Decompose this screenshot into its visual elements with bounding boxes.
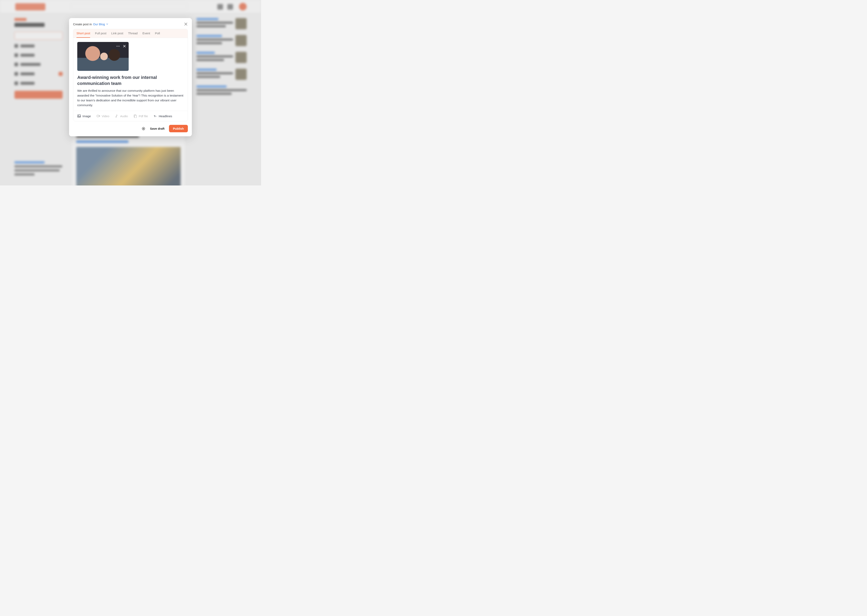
image-icon bbox=[77, 114, 81, 118]
settings-icon[interactable] bbox=[141, 127, 146, 130]
attach-audio-button[interactable]: Audio bbox=[115, 114, 128, 118]
post-image-thumbnail bbox=[77, 42, 129, 71]
pdf-icon bbox=[134, 114, 137, 118]
tab-event[interactable]: Event bbox=[143, 31, 150, 38]
svg-rect-5 bbox=[97, 115, 99, 117]
attach-pdf-button[interactable]: Pdf file bbox=[134, 114, 148, 118]
svg-point-0 bbox=[116, 46, 117, 46]
attachment-toolbar: Image Video Audio Pdf file TT Headlines bbox=[73, 111, 188, 121]
close-icon[interactable] bbox=[184, 22, 188, 26]
attach-video-label: Video bbox=[102, 115, 109, 118]
post-title-input[interactable]: Award-winning work from our internal com… bbox=[77, 74, 184, 86]
tab-poll[interactable]: Poll bbox=[155, 31, 160, 38]
post-type-tabs: Short post Full post Link post Thread Ev… bbox=[73, 29, 188, 38]
attach-pdf-label: Pdf file bbox=[139, 115, 148, 118]
attach-video-button[interactable]: Video bbox=[97, 114, 109, 118]
svg-text:T: T bbox=[155, 116, 156, 118]
image-remove-button[interactable] bbox=[122, 44, 127, 49]
publish-button[interactable]: Publish bbox=[169, 125, 188, 132]
modal-header: Create post in Our Blog bbox=[73, 22, 188, 26]
attach-headlines-button[interactable]: TT Headlines bbox=[154, 114, 172, 118]
attach-headlines-label: Headlines bbox=[159, 115, 172, 118]
more-horizontal-icon bbox=[116, 44, 120, 49]
attach-image-label: Image bbox=[82, 115, 91, 118]
close-icon bbox=[123, 44, 126, 48]
tab-short-post[interactable]: Short post bbox=[77, 31, 90, 38]
attach-audio-label: Audio bbox=[120, 115, 128, 118]
save-draft-button[interactable]: Save draft bbox=[150, 127, 165, 130]
svg-point-2 bbox=[119, 46, 119, 46]
create-post-modal: Create post in Our Blog Short post Full … bbox=[69, 18, 192, 136]
tab-link-post[interactable]: Link post bbox=[111, 31, 123, 38]
post-editor-panel: Short post Full post Link post Thread Ev… bbox=[73, 29, 188, 121]
create-post-in-label: Create post in bbox=[73, 22, 92, 26]
svg-rect-3 bbox=[78, 115, 80, 118]
post-content-area: Award-winning work from our internal com… bbox=[73, 38, 188, 111]
image-options-button[interactable] bbox=[116, 44, 120, 49]
svg-point-11 bbox=[143, 128, 144, 129]
tab-thread[interactable]: Thread bbox=[128, 31, 138, 38]
audio-icon bbox=[115, 114, 119, 118]
tab-full-post[interactable]: Full post bbox=[95, 31, 106, 38]
headlines-icon: TT bbox=[154, 114, 157, 118]
post-body-input[interactable]: We are thrilled to announce that our com… bbox=[77, 88, 184, 108]
chevron-down-icon bbox=[106, 23, 108, 25]
svg-point-1 bbox=[118, 46, 118, 46]
modal-footer: Save draft Publish bbox=[73, 125, 188, 132]
svg-point-6 bbox=[116, 116, 116, 118]
video-icon bbox=[97, 114, 100, 118]
svg-rect-8 bbox=[135, 115, 137, 118]
blog-name: Our Blog bbox=[93, 22, 105, 26]
attach-image-button[interactable]: Image bbox=[77, 114, 91, 118]
blog-selector[interactable]: Our Blog bbox=[93, 22, 108, 26]
